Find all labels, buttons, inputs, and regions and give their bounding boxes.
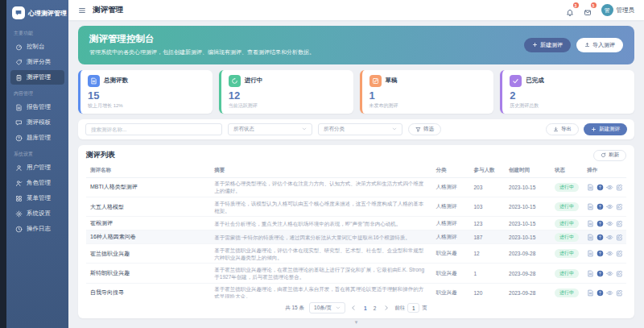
question-circle-icon[interactable] <box>597 270 604 277</box>
sidebar-item-测评分类[interactable]: 测评分类 <box>10 55 64 69</box>
created-date: 2023-10-15 <box>505 177 551 197</box>
sidebar-item-菜单管理[interactable]: 菜单管理 <box>10 191 64 206</box>
sidebar-item-测评管理[interactable]: 测评管理 <box>10 70 64 85</box>
stat-title: 草稿 <box>386 77 398 85</box>
new-assessment-label: 新建测评 <box>540 41 563 49</box>
eye-icon[interactable] <box>606 220 613 227</box>
delete-icon[interactable] <box>625 270 626 277</box>
user-menu[interactable]: 管 管理员 <box>601 4 635 16</box>
sidebar-item-label: 报告管理 <box>27 103 51 111</box>
per-page-value: 10条/页 <box>314 305 332 312</box>
template-icon <box>15 119 23 127</box>
participant-count: 12 <box>469 244 505 264</box>
stat-title: 已完成 <box>526 77 544 85</box>
edit-icon[interactable] <box>616 270 623 277</box>
eye-icon[interactable] <box>606 203 613 210</box>
file-icon[interactable] <box>587 234 594 241</box>
column-header-状态: 状态 <box>551 164 583 178</box>
hero-banner: 测评管理控制台 管理系统中的各类心理测评，包括创建新测评、编辑现有测评、查看测评… <box>78 26 634 64</box>
delete-icon[interactable] <box>625 220 626 227</box>
assessment-summary: 基于霍兰德职业兴趣理论，由霍兰德本人亲自开发，旨在将其理论以更适于理解和操作的方… <box>210 283 431 298</box>
question-circle-icon[interactable] <box>597 203 604 210</box>
sidebar-item-报告管理[interactable]: 报告管理 <box>10 100 64 114</box>
assessment-category: 职业兴趣 <box>431 283 469 298</box>
participant-count: 103 <box>469 197 505 217</box>
stat-title: 进行中 <box>245 77 263 85</box>
delete-icon[interactable] <box>625 203 626 210</box>
scroll-down-indicator[interactable]: ▾ <box>78 318 634 326</box>
question-circle-icon[interactable] <box>597 234 604 241</box>
delete-icon[interactable] <box>625 289 626 297</box>
sidebar-item-操作日志[interactable]: 操作日志 <box>10 222 64 236</box>
export-button[interactable]: 导出 <box>546 123 579 135</box>
file-icon[interactable] <box>587 184 594 191</box>
per-page-select[interactable]: 10条/页 <box>309 302 345 313</box>
eye-icon[interactable] <box>606 289 613 297</box>
table-row: MBTI人格类型测评基于荣格心理类型理论，评估个体在注意力方向、认知方式、决策方… <box>86 177 626 197</box>
sidebar-item-label: 题库管理 <box>27 134 51 142</box>
refresh-button[interactable]: 刷新 <box>593 150 626 161</box>
file-icon[interactable] <box>587 220 594 227</box>
edit-icon[interactable] <box>616 184 623 191</box>
delete-icon[interactable] <box>625 234 626 241</box>
search-input[interactable] <box>85 123 222 135</box>
eye-icon[interactable] <box>606 234 613 241</box>
edit-icon[interactable] <box>616 289 623 297</box>
app-logo-title: 心理测评管理 <box>28 9 67 18</box>
assessment-list-card: 测评列表 刷新 测评名称摘要分类参与人数创建时间状态操作 MBTI人格类型测评基… <box>78 145 634 318</box>
question-circle-icon[interactable] <box>597 184 604 191</box>
new-assessment-button[interactable]: 新建测评 <box>524 38 571 52</box>
assessment-summary: 基于雷蒙德·卡特尔的特质理论，通过因素分析法从大量词汇中提取出16个根源特质。 <box>210 230 431 244</box>
goto-page-input[interactable] <box>407 303 419 313</box>
app-logo: 心理测评管理 <box>6 4 68 22</box>
created-date: 2023-09-28 <box>505 264 551 283</box>
goto-prefix: 前往 <box>394 305 405 312</box>
edit-icon[interactable] <box>616 250 623 257</box>
status-select[interactable]: 所有状态 <box>228 123 312 135</box>
status-badge: 进行中 <box>555 289 579 297</box>
actions-cell <box>583 197 626 217</box>
actions-cell <box>583 283 626 298</box>
edit-icon[interactable] <box>616 234 623 241</box>
delete-icon[interactable] <box>625 184 626 191</box>
new-assessment-button-secondary[interactable]: 新建测评 <box>584 123 627 135</box>
sidebar-item-角色管理[interactable]: 角色管理 <box>10 176 64 190</box>
hamburger-icon[interactable] <box>78 6 86 15</box>
page-button-2[interactable]: 2 <box>371 305 379 312</box>
file-icon[interactable] <box>587 270 594 277</box>
assessment-category: 人格测评 <box>431 177 469 197</box>
file-icon[interactable] <box>587 203 594 210</box>
created-date: 2023-09-28 <box>505 283 551 298</box>
filter-button[interactable]: 筛选 <box>408 123 441 135</box>
status-badge: 进行中 <box>555 202 579 211</box>
edit-icon[interactable] <box>616 203 623 210</box>
sidebar-item-label: 用户管理 <box>27 164 51 172</box>
eye-icon[interactable] <box>606 270 613 277</box>
sidebar-item-label: 测评分类 <box>27 58 51 66</box>
sidebar-item-系统设置[interactable]: 系统设置 <box>10 206 64 221</box>
delete-icon[interactable] <box>625 250 626 257</box>
page-button-1[interactable]: 1 <box>361 305 369 312</box>
notification-badge: 5 <box>591 2 597 8</box>
bell-notification[interactable]: 3 <box>566 6 575 15</box>
eye-icon[interactable] <box>606 184 613 191</box>
next-page-button[interactable] <box>383 305 390 311</box>
edit-icon[interactable] <box>616 220 623 227</box>
message-notification[interactable]: 5 <box>584 6 592 15</box>
eye-icon[interactable] <box>606 250 613 257</box>
file-icon[interactable] <box>587 250 594 257</box>
question-circle-icon[interactable] <box>597 220 604 227</box>
sidebar-item-控制台[interactable]: 控制台 <box>10 39 64 54</box>
import-assessment-button[interactable]: 导入测评 <box>576 38 623 52</box>
content: 测评管理控制台 管理系统中的各类心理测评，包括创建新测评、编辑现有测评、查看测评… <box>68 20 644 328</box>
sidebar-item-label: 菜单管理 <box>27 194 51 202</box>
assessment-name: 16种人格因素问卷 <box>86 230 210 244</box>
question-circle-icon[interactable] <box>597 250 604 257</box>
file-icon[interactable] <box>587 289 594 297</box>
question-circle-icon[interactable] <box>597 289 604 297</box>
category-select[interactable]: 所有分类 <box>318 123 402 135</box>
sidebar-item-题库管理[interactable]: 题库管理 <box>10 131 64 145</box>
sidebar-item-测评模板[interactable]: 测评模板 <box>10 115 64 130</box>
prev-page-button[interactable] <box>350 305 357 311</box>
sidebar-item-用户管理[interactable]: 用户管理 <box>10 160 64 175</box>
